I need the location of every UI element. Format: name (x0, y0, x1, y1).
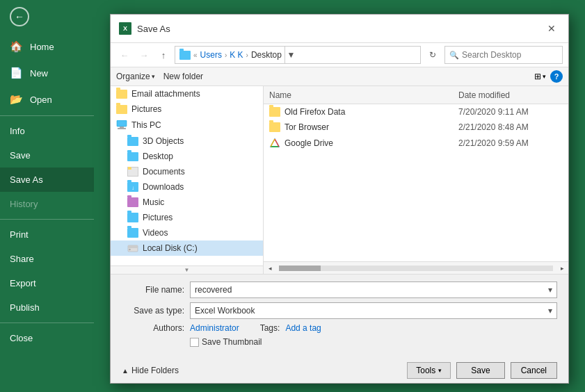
help-button[interactable]: ? (550, 70, 563, 83)
folder-blue-icon (127, 152, 138, 161)
tags-label: Tags: (260, 323, 280, 333)
tools-button[interactable]: Tools ▾ (407, 362, 451, 379)
tree-item-videos[interactable]: Videos (111, 225, 263, 240)
filename-row: File name: recovered ▾ (122, 281, 557, 298)
folder-icon (269, 122, 280, 132)
tree-item-pictures-quick[interactable]: Pictures (111, 101, 263, 117)
tree-item-documents[interactable]: Documents (111, 164, 263, 179)
sidebar-item-export[interactable]: Export (0, 271, 94, 295)
filename-label: File name: (122, 285, 184, 295)
tree-item-pictures[interactable]: Pictures (111, 210, 263, 225)
search-box: 🔍 (444, 46, 563, 64)
tree-item-downloads[interactable]: ↓ Downloads (111, 179, 263, 195)
file-item-old-firefox[interactable]: Old Firefox Data 7/20/2020 9:11 AM (264, 104, 568, 120)
sidebar-item-label: Save (10, 150, 31, 161)
tree-item-this-pc[interactable]: This PC (111, 117, 263, 133)
folder-yellow-icon (116, 90, 127, 99)
tree-item-email-attachments[interactable]: Email attachments (111, 86, 263, 101)
dialog-form: File name: recovered ▾ Save as type: Exc… (111, 274, 568, 359)
left-scroll-bottom: ▼ (111, 266, 263, 274)
sidebar-item-label: Close (10, 333, 33, 343)
sidebar-item-print[interactable]: Print (0, 222, 94, 247)
sidebar-item-home[interactable]: 🏠 Home (0, 33, 94, 60)
breadcrumb-users[interactable]: Users (200, 50, 222, 60)
file-item-tor-browser[interactable]: Tor Browser 2/21/2020 8:48 AM (264, 120, 568, 135)
col-name-header[interactable]: Name (269, 90, 458, 100)
scroll-track[interactable] (279, 266, 553, 271)
new-folder-button[interactable]: New folder (163, 72, 203, 81)
forward-nav-button[interactable]: → (136, 47, 152, 63)
content-toolbar: Organize ▾ New folder ⊞ ▾ ? (111, 67, 568, 86)
tags-value[interactable]: Add a tag (285, 323, 321, 333)
breadcrumb-dropdown[interactable]: ▼ (285, 46, 297, 64)
back-button[interactable]: ← (0, 0, 94, 33)
up-nav-button[interactable]: ↑ (155, 47, 172, 63)
sidebar-item-new[interactable]: 📄 New (0, 60, 94, 86)
savetype-row: Save as type: Excel Workbook ▾ (122, 302, 557, 319)
dialog-footer: ▲ Hide Folders Tools ▾ Save Cancel (111, 359, 568, 383)
scroll-left-arrow[interactable]: ◂ (264, 265, 276, 272)
tree-item-local-disk[interactable]: Local Disk (C:) (111, 240, 263, 256)
hide-folders-label: Hide Folders (131, 366, 179, 375)
sidebar-item-label: Home (30, 42, 54, 52)
scroll-thumb[interactable] (279, 266, 321, 271)
authors-value[interactable]: Administrator (190, 323, 239, 333)
breadcrumb-bar: « Users › K K › Desktop ▼ (175, 46, 421, 64)
folder-icon (269, 107, 280, 117)
authors-row: Authors: Administrator Tags: Add a tag (122, 323, 557, 333)
excel-icon: X (119, 22, 131, 35)
view-options-button[interactable]: ⊞ ▾ (534, 72, 546, 81)
thumbnail-label[interactable]: Save Thumbnail (202, 337, 262, 347)
sidebar-item-info[interactable]: Info (0, 119, 94, 143)
dialog-titlebar: X Save As ✕ (111, 15, 568, 43)
dialog-area: X Save As ✕ ← → ↑ « Users › K K › Deskto… (94, 0, 585, 392)
sidebar-item-save[interactable]: Save (0, 143, 94, 168)
search-input[interactable] (462, 50, 558, 60)
file-item-google-drive[interactable]: Google Drive 2/21/2020 9:59 AM (264, 135, 568, 152)
folder-tree: Email attachments Pictures (111, 86, 263, 266)
view-icon: ⊞ (534, 72, 541, 81)
svg-point-5 (129, 249, 130, 250)
refresh-button[interactable]: ↻ (424, 46, 442, 64)
sidebar-item-publish[interactable]: Publish (0, 295, 94, 320)
tree-item-music[interactable]: Music (111, 195, 263, 210)
svg-rect-1 (120, 126, 124, 128)
filename-input[interactable]: recovered ▾ (190, 281, 557, 298)
right-panel: Name Date modified Old Firefox Data 7/20… (264, 86, 568, 274)
sidebar-item-share[interactable]: Share (0, 247, 94, 271)
dialog-title: Save As (137, 24, 538, 34)
left-panel: Email attachments Pictures (111, 86, 264, 274)
back-nav-button[interactable]: ← (116, 47, 133, 63)
view-chevron-icon: ▾ (543, 73, 546, 80)
col-date-header[interactable]: Date modified (458, 90, 563, 100)
hide-folders-toggle[interactable]: ▲ Hide Folders (122, 366, 401, 375)
sidebar-item-label: Export (10, 278, 36, 288)
sidebar-item-label: Publish (10, 302, 40, 313)
sidebar-item-close[interactable]: Close (0, 326, 94, 350)
svg-rect-2 (118, 128, 126, 129)
thumbnail-checkbox[interactable] (190, 338, 199, 347)
sidebar-item-label: Print (10, 229, 29, 240)
back-circle-icon[interactable]: ← (10, 7, 29, 26)
folder-yellow-icon (116, 105, 127, 114)
close-button[interactable]: ✕ (543, 20, 560, 37)
svg-rect-0 (117, 120, 127, 126)
breadcrumb-desktop: Desktop (251, 50, 282, 60)
authors-label: Authors: (122, 323, 184, 333)
sidebar-item-open[interactable]: 📂 Open (0, 86, 94, 113)
tree-item-3d-objects[interactable]: 3D Objects (111, 133, 263, 149)
breadcrumb-kk[interactable]: K K (230, 50, 243, 60)
horizontal-scrollbar[interactable]: ◂ ▸ (264, 261, 568, 274)
sidebar-item-label: History (10, 199, 38, 209)
sidebar: ← 🏠 Home 📄 New 📂 Open Info Save Save As … (0, 0, 94, 392)
tree-item-desktop[interactable]: Desktop (111, 149, 263, 164)
sidebar-item-saveas[interactable]: Save As (0, 168, 94, 192)
cancel-button[interactable]: Cancel (511, 362, 557, 379)
open-icon: 📂 (10, 93, 23, 106)
sidebar-item-history[interactable]: History (0, 192, 94, 216)
save-button[interactable]: Save (456, 362, 504, 379)
savetype-input[interactable]: Excel Workbook ▾ (190, 302, 557, 319)
scroll-right-arrow[interactable]: ▸ (556, 265, 568, 272)
organize-button[interactable]: Organize ▾ (116, 72, 155, 81)
hide-folders-arrow-icon: ▲ (122, 367, 129, 375)
